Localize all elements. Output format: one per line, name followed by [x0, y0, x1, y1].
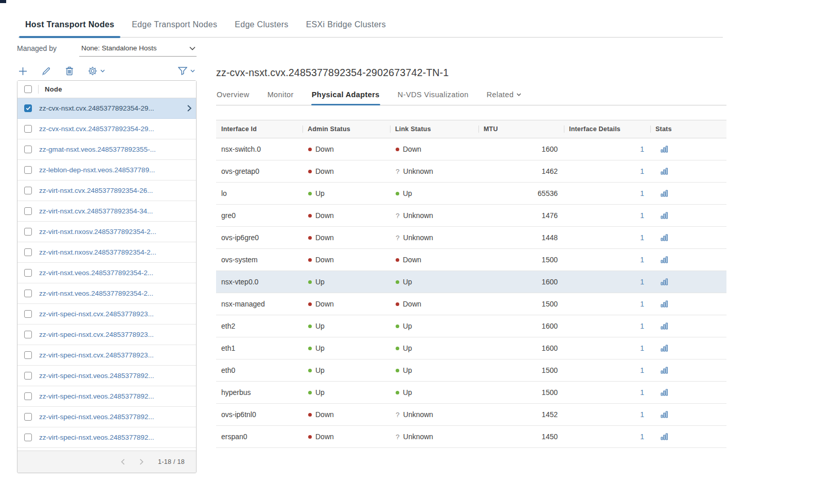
node-checkbox[interactable] — [24, 125, 32, 133]
bar-chart-icon[interactable] — [661, 234, 668, 241]
node-link[interactable]: zz-virt-speci-nsxt.veos.2485377892... — [39, 372, 196, 380]
node-list-item[interactable]: zz-virt-nsxt.cvx.2485377892354-26... — [17, 181, 196, 201]
select-all-checkbox[interactable] — [24, 85, 32, 93]
node-list-item[interactable]: zz-virt-nsxt.veos.2485377892354-2... — [17, 263, 196, 283]
interface-details-link[interactable]: 1 — [640, 233, 644, 242]
detail-tab[interactable]: Physical Adapters — [311, 89, 380, 105]
node-list-item[interactable]: zz-virt-nsxt.cvx.2485377892354-34... — [17, 201, 196, 222]
interface-details-link[interactable]: 1 — [640, 145, 644, 153]
top-tab[interactable]: Edge Transport Nodes — [131, 17, 218, 37]
edit-node-button[interactable] — [42, 66, 51, 76]
node-checkbox[interactable] — [24, 372, 32, 380]
detail-tab[interactable]: Related — [486, 89, 522, 105]
interface-details-link[interactable]: 1 — [640, 189, 644, 197]
node-list-item[interactable]: zz-virt-speci-nsxt.veos.2485377892... — [17, 366, 196, 386]
node-checkbox[interactable] — [24, 104, 32, 112]
bar-chart-icon[interactable] — [661, 367, 668, 374]
node-checkbox[interactable] — [24, 269, 32, 277]
node-checkbox[interactable] — [24, 351, 32, 359]
interface-details-link[interactable]: 1 — [640, 322, 644, 330]
bar-chart-icon[interactable] — [661, 322, 668, 330]
bar-chart-icon[interactable] — [661, 278, 668, 285]
node-link[interactable]: zz-virt-speci-nsxt.veos.2485377892... — [39, 413, 196, 421]
next-page-button[interactable] — [139, 459, 144, 465]
node-link[interactable]: zz-virt-nsxt.cvx.2485377892354-34... — [39, 207, 196, 215]
bar-chart-icon[interactable] — [661, 146, 668, 153]
node-list-item[interactable]: zz-leblon-dep-nsxt.veos.248537789... — [17, 160, 196, 181]
bar-chart-icon[interactable] — [661, 411, 668, 418]
node-link[interactable]: zz-virt-speci-nsxt.cvx.24853778923... — [39, 351, 196, 359]
interface-details-link[interactable]: 1 — [640, 278, 644, 286]
delete-node-button[interactable] — [65, 66, 74, 76]
interface-details-link[interactable]: 1 — [640, 344, 644, 352]
top-tab[interactable]: Edge Clusters — [234, 17, 289, 37]
node-checkbox[interactable] — [24, 146, 32, 153]
bar-chart-icon[interactable] — [661, 212, 668, 219]
node-link[interactable]: zz-virt-speci-nsxt.cvx.24853778923... — [39, 310, 196, 318]
node-list-item[interactable]: zz-virt-nsxt.veos.2485377892354-2... — [17, 283, 196, 304]
settings-menu-button[interactable] — [88, 66, 105, 76]
node-link[interactable]: zz-virt-nsxt.veos.2485377892354-2... — [39, 290, 196, 297]
node-link[interactable]: zz-virt-speci-nsxt.veos.2485377892... — [39, 434, 196, 441]
bar-chart-icon[interactable] — [661, 345, 668, 352]
node-checkbox[interactable] — [24, 392, 32, 400]
bar-chart-icon[interactable] — [661, 168, 668, 175]
node-link[interactable]: zz-virt-nsxt.cvx.2485377892354-26... — [39, 187, 196, 194]
node-checkbox[interactable] — [24, 207, 32, 215]
node-checkbox[interactable] — [24, 166, 32, 174]
node-list-item[interactable]: zz-virt-speci-nsxt.veos.2485377892... — [17, 386, 196, 407]
node-checkbox[interactable] — [24, 434, 32, 441]
interface-details-link[interactable]: 1 — [640, 433, 644, 441]
node-link[interactable]: zz-cvx-nsxt.cvx.2485377892354-29... — [39, 104, 187, 112]
node-checkbox[interactable] — [24, 310, 32, 318]
node-link[interactable]: zz-leblon-dep-nsxt.veos.248537789... — [39, 166, 196, 174]
mtu-value: 1600 — [478, 278, 564, 286]
mtu-value: 1448 — [478, 233, 564, 242]
managed-by-select[interactable]: None: Standalone Hosts — [79, 43, 197, 57]
node-checkbox[interactable] — [24, 187, 32, 194]
bar-chart-icon[interactable] — [661, 190, 668, 197]
node-list-item[interactable]: zz-virt-speci-nsxt.cvx.24853778923... — [17, 304, 196, 325]
node-list-item[interactable]: zz-virt-speci-nsxt.veos.2485377892... — [17, 407, 196, 427]
node-list-item[interactable]: zz-virt-speci-nsxt.veos.2485377892... — [17, 427, 196, 448]
top-tab[interactable]: ESXi Bridge Clusters — [305, 17, 387, 37]
node-list-item[interactable]: zz-virt-speci-nsxt.cvx.24853778923... — [17, 325, 196, 345]
bar-chart-icon[interactable] — [661, 389, 668, 396]
node-link[interactable]: zz-virt-nsxt.nxosv.2485377892354-2... — [39, 248, 196, 256]
node-link[interactable]: zz-virt-speci-nsxt.cvx.24853778923... — [39, 331, 196, 338]
node-list-item[interactable]: zz-virt-speci-nsxt.cvx.24853778923... — [17, 345, 196, 366]
previous-page-button[interactable] — [121, 459, 125, 465]
interface-details-link[interactable]: 1 — [640, 256, 644, 264]
bar-chart-icon[interactable] — [661, 256, 668, 263]
interface-details-link[interactable]: 1 — [640, 167, 644, 175]
top-tab[interactable]: Host Transport Nodes — [24, 17, 115, 37]
add-node-button[interactable] — [19, 67, 27, 76]
detail-tab[interactable]: Overview — [216, 89, 250, 105]
detail-tab[interactable]: Monitor — [267, 89, 294, 105]
node-checkbox[interactable] — [24, 248, 32, 256]
filter-button[interactable] — [178, 67, 197, 75]
node-link[interactable]: zz-cvx-nsxt.cvx.2485377892354-29... — [39, 125, 196, 133]
node-list-item[interactable]: zz-gmat-nsxt.veos.2485377892355-... — [17, 139, 196, 160]
node-list-item[interactable]: zz-cvx-nsxt.cvx.2485377892354-29... — [17, 98, 196, 119]
bar-chart-icon[interactable] — [661, 300, 668, 308]
interface-details-link[interactable]: 1 — [640, 211, 644, 220]
interface-details-link[interactable]: 1 — [640, 300, 644, 308]
status-dot — [396, 325, 399, 328]
node-checkbox[interactable] — [24, 290, 32, 297]
node-list-item[interactable]: zz-virt-nsxt.nxosv.2485377892354-2... — [17, 222, 196, 242]
node-list-item[interactable]: zz-cvx-nsxt.cvx.2485377892354-29... — [17, 119, 196, 139]
node-link[interactable]: zz-virt-nsxt.nxosv.2485377892354-2... — [39, 228, 196, 236]
detail-tab[interactable]: N-VDS Visualization — [397, 89, 469, 105]
node-checkbox[interactable] — [24, 331, 32, 338]
interface-details-link[interactable]: 1 — [640, 366, 644, 374]
node-link[interactable]: zz-virt-speci-nsxt.veos.2485377892... — [39, 392, 196, 400]
node-link[interactable]: zz-gmat-nsxt.veos.2485377892355-... — [39, 146, 196, 153]
node-checkbox[interactable] — [24, 413, 32, 421]
node-checkbox[interactable] — [24, 228, 32, 236]
node-list-item[interactable]: zz-virt-nsxt.nxosv.2485377892354-2... — [17, 242, 196, 263]
interface-details-link[interactable]: 1 — [640, 388, 644, 397]
node-link[interactable]: zz-virt-nsxt.veos.2485377892354-2... — [39, 269, 196, 277]
interface-details-link[interactable]: 1 — [640, 410, 644, 419]
bar-chart-icon[interactable] — [661, 433, 668, 440]
